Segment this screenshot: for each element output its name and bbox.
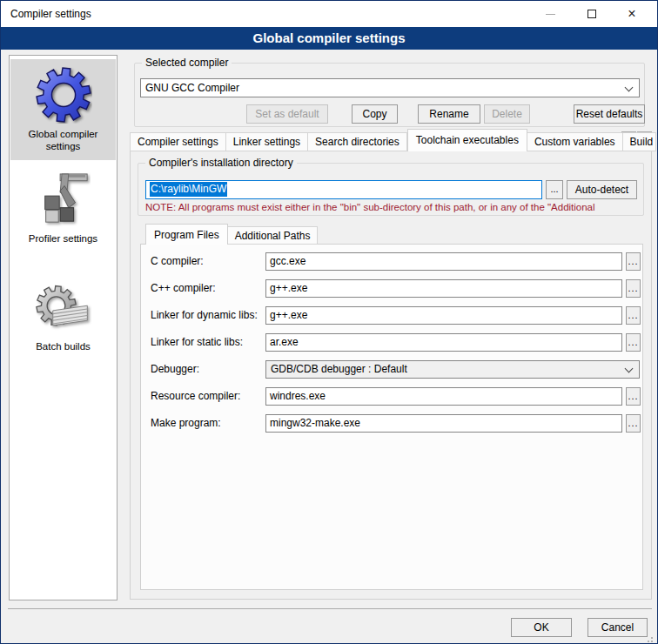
- browse-button-linker-for-static-libs[interactable]: ...: [626, 333, 641, 352]
- copy-button[interactable]: Copy: [352, 104, 398, 124]
- caliper-icon: [10, 171, 116, 231]
- input-linker-for-static-libs[interactable]: ar.exe: [265, 333, 622, 352]
- browse-button-c-compiler[interactable]: ...: [626, 279, 641, 298]
- input-make-program[interactable]: mingw32-make.exe: [265, 414, 622, 433]
- set-as-default-button: Set as default: [246, 104, 328, 124]
- compiler-select-value: GNU GCC Compiler: [145, 82, 239, 94]
- ok-button[interactable]: OK: [511, 618, 572, 637]
- selected-compiler-group-label: Selected compiler: [142, 57, 232, 69]
- reset-defaults-button[interactable]: Reset defaults: [574, 104, 645, 124]
- browse-directory-button[interactable]: ...: [546, 180, 563, 199]
- field-label-resource-compiler-: Resource compiler:: [151, 390, 240, 402]
- maximize-icon: [588, 10, 596, 18]
- minimize-button[interactable]: [530, 1, 570, 27]
- compiler-select[interactable]: GNU GCC Compiler: [140, 78, 640, 97]
- compiler-settings-dialog: Compiler settings × Global compiler sett…: [0, 0, 658, 644]
- debugger-select[interactable]: GDB/CDB debugger : Default: [265, 360, 640, 379]
- window-title: Compiler settings: [10, 8, 91, 20]
- subtab-program-files[interactable]: Program Files: [145, 224, 228, 245]
- footer-divider: [8, 608, 652, 609]
- installation-directory-input[interactable]: C:\raylib\MinGW: [145, 180, 542, 199]
- titlebar: Compiler settings ×: [1, 1, 657, 27]
- field-label-debugger-: Debugger:: [151, 363, 199, 375]
- field-label-make-program-: Make program:: [151, 417, 221, 429]
- tab-compiler-settings[interactable]: Compiler settings: [130, 132, 226, 151]
- browse-button-c-compiler[interactable]: ...: [626, 252, 641, 271]
- input-linker-for-dynamic-libs[interactable]: g++.exe: [265, 306, 622, 325]
- debugger-select-value: GDB/CDB debugger : Default: [271, 363, 407, 375]
- close-icon: ×: [628, 7, 635, 21]
- sidebar-item-label: Global compiler settings: [10, 128, 116, 158]
- tab-build-options[interactable]: Build options: [623, 132, 656, 151]
- tab-custom-variables[interactable]: Custom variables: [527, 132, 623, 151]
- chevron-down-icon: [625, 84, 634, 92]
- page-title: Global compiler settings: [1, 27, 657, 50]
- browse-button-make-program[interactable]: ...: [626, 414, 641, 433]
- subtab-additional-paths[interactable]: Additional Paths: [228, 226, 319, 245]
- input-c-compiler[interactable]: g++.exe: [265, 279, 622, 298]
- field-label-linker-for-static-libs-: Linker for static libs:: [151, 336, 243, 348]
- installation-directory-group-label: Compiler's installation directory: [145, 157, 297, 169]
- rename-button[interactable]: Rename: [418, 104, 480, 124]
- sidebar-item-label: Batch builds: [10, 340, 116, 358]
- installation-directory-value: C:\raylib\MinGW: [150, 182, 227, 197]
- sidebar-item-global-compiler-settings[interactable]: Global compiler settings: [10, 59, 116, 160]
- input-resource-compiler[interactable]: windres.exe: [265, 387, 622, 406]
- chevron-down-icon: [625, 365, 634, 373]
- browse-button-linker-for-dynamic-libs[interactable]: ...: [626, 306, 641, 325]
- category-sidebar: Global compiler settings Profiler settin…: [9, 55, 118, 600]
- field-label-linker-for-dynamic-libs-: Linker for dynamic libs:: [151, 309, 258, 321]
- gear-blue-icon: [10, 66, 116, 126]
- gear-gray-icon: [10, 282, 116, 339]
- auto-detect-button[interactable]: Auto-detect: [567, 180, 637, 199]
- resize-grip[interactable]: [651, 637, 653, 639]
- minimize-icon: [546, 14, 555, 15]
- note-text: NOTE: All programs must exist either in …: [145, 202, 644, 212]
- sidebar-item-batch-builds[interactable]: Batch builds: [10, 275, 116, 362]
- sidebar-item-profiler-settings[interactable]: Profiler settings: [10, 164, 116, 256]
- sidebar-item-label: Profiler settings: [10, 232, 116, 250]
- field-label-c-compiler-: C++ compiler:: [151, 282, 216, 294]
- tab-toolchain-executables[interactable]: Toolchain executables: [407, 129, 527, 151]
- tab-linker-settings[interactable]: Linker settings: [226, 132, 308, 151]
- close-button[interactable]: ×: [612, 1, 652, 27]
- maximize-button[interactable]: [572, 1, 612, 27]
- field-label-c-compiler-: C compiler:: [151, 255, 204, 267]
- input-c-compiler[interactable]: gcc.exe: [265, 252, 622, 271]
- tab-search-directories[interactable]: Search directories: [308, 132, 407, 151]
- delete-button: Delete: [484, 104, 530, 124]
- browse-button-resource-compiler[interactable]: ...: [626, 387, 641, 406]
- cancel-button[interactable]: Cancel: [588, 618, 648, 637]
